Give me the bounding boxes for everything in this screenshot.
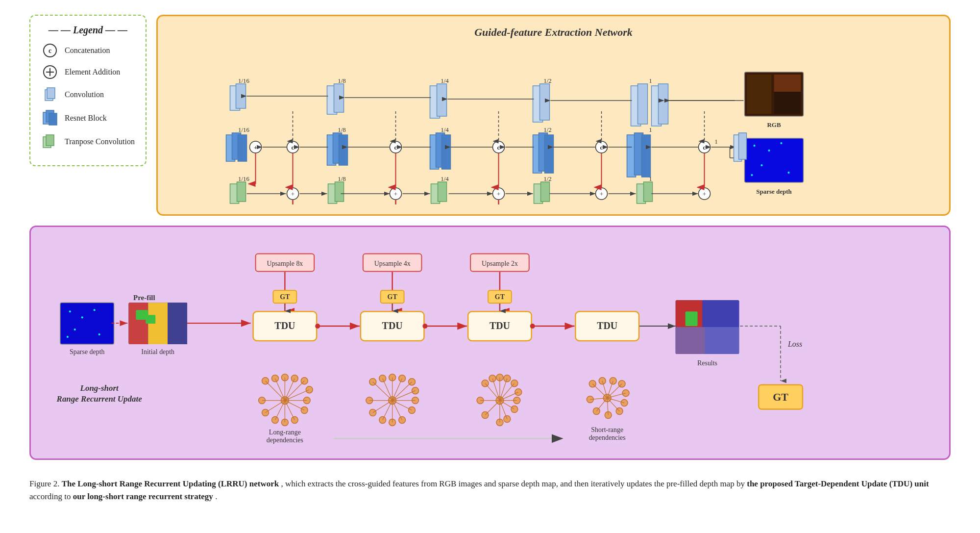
svg-rect-18 — [236, 84, 245, 108]
svg-rect-95 — [643, 182, 652, 202]
legend-title: — — Legend — — — [41, 25, 135, 36]
svg-text:1/8: 1/8 — [338, 175, 346, 182]
svg-rect-306 — [703, 300, 739, 327]
svg-text:c: c — [497, 144, 500, 151]
svg-text:Sparse depth: Sparse depth — [70, 348, 105, 355]
svg-line-203 — [275, 379, 285, 401]
svg-text:1/16: 1/16 — [238, 126, 250, 133]
svg-text:Results: Results — [697, 359, 717, 367]
svg-text:+: + — [497, 190, 500, 198]
legend-item-concat: c Concatenation — [41, 43, 135, 58]
svg-line-236 — [392, 382, 412, 401]
svg-text:Long-range: Long-range — [269, 429, 301, 436]
svg-text:TDU: TDU — [382, 320, 403, 331]
svg-line-275 — [485, 401, 500, 415]
svg-text:1/16: 1/16 — [238, 175, 250, 182]
svg-rect-123 — [747, 75, 771, 114]
svg-text:Upsample 8x: Upsample 8x — [267, 260, 303, 267]
svg-rect-155 — [128, 303, 148, 344]
svg-text:Loss: Loss — [787, 340, 802, 348]
svg-line-263 — [500, 383, 514, 401]
svg-rect-22 — [437, 84, 446, 116]
svg-text:1: 1 — [649, 126, 652, 133]
svg-point-134 — [751, 174, 753, 176]
svg-text:c: c — [49, 47, 51, 54]
bottom-section: Sparse depth Initial depth Pre-fill Long… — [29, 226, 951, 460]
gfen-diagram: 1/16 1/8 1/4 1/2 1 — [170, 48, 937, 204]
caption-text4: . — [215, 492, 217, 501]
svg-text:1/8: 1/8 — [338, 77, 346, 84]
svg-line-207 — [285, 379, 294, 401]
svg-text:c: c — [600, 144, 603, 151]
legend-item-resnet: Resnet Block — [41, 109, 135, 127]
svg-rect-140 — [738, 133, 746, 159]
svg-point-216 — [291, 416, 298, 423]
svg-rect-91 — [438, 182, 446, 202]
svg-text:1/4: 1/4 — [441, 77, 449, 84]
svg-text:RGB: RGB — [767, 121, 781, 128]
svg-text:dependencies: dependencies — [589, 434, 626, 441]
svg-text:1/4: 1/4 — [441, 175, 449, 182]
caption-text3: according to — [29, 492, 73, 501]
svg-text:1/16: 1/16 — [238, 77, 250, 84]
svg-line-228 — [373, 382, 392, 401]
main-container: — — Legend — — c Concatenation — [29, 15, 951, 504]
svg-rect-50 — [544, 135, 553, 173]
svg-line-271 — [500, 401, 507, 419]
svg-line-201 — [266, 381, 285, 401]
svg-text:+: + — [291, 190, 294, 198]
svg-text:GT: GT — [773, 391, 788, 403]
transp-icon — [41, 133, 59, 151]
svg-point-150 — [74, 329, 76, 330]
transp-label: Tranpose Convolution — [65, 137, 135, 146]
svg-rect-89 — [335, 182, 343, 202]
caption-text2: , which extracts the cross-guided featur… — [281, 479, 747, 488]
legend-item-add: Element Addition — [41, 64, 135, 80]
svg-line-215 — [285, 401, 304, 410]
svg-line-209 — [285, 381, 304, 401]
svg-line-261 — [500, 379, 507, 401]
svg-rect-93 — [540, 182, 549, 202]
caption-bold2: the proposed Target-Dependent Update (TD… — [747, 479, 929, 488]
svg-rect-20 — [334, 84, 343, 112]
svg-line-244 — [392, 401, 402, 420]
conv-icon — [41, 86, 59, 103]
svg-text:1/2: 1/2 — [543, 77, 552, 84]
svg-text:GT: GT — [280, 293, 290, 301]
svg-point-129 — [753, 145, 755, 147]
gfen-box: Guided-feature Extraction Network 1/16 1… — [156, 15, 951, 216]
caption-bold3: our long-short range recurrent strategy — [73, 492, 213, 501]
svg-point-133 — [787, 172, 789, 174]
svg-line-242 — [392, 401, 412, 410]
svg-point-149 — [94, 309, 96, 311]
svg-text:Short-range: Short-range — [591, 426, 623, 433]
svg-rect-309 — [676, 327, 705, 354]
svg-rect-41 — [238, 135, 246, 161]
legend-item-transp: Tranpose Convolution — [41, 133, 135, 151]
legend-item-conv: Convolution — [41, 86, 135, 103]
svg-rect-26 — [637, 84, 647, 124]
legend-box: — — Legend — — c Concatenation — [29, 15, 147, 166]
svg-point-147 — [69, 310, 71, 312]
add-icon — [41, 64, 59, 80]
svg-point-148 — [81, 316, 83, 318]
svg-text:c: c — [703, 144, 706, 151]
gfen-title: Guided-feature Extraction Network — [170, 26, 937, 39]
svg-text:Long-short: Long-short — [80, 383, 119, 393]
top-section: — — Legend — — c Concatenation — [29, 15, 951, 216]
conv-label: Convolution — [65, 90, 104, 99]
svg-rect-44 — [339, 135, 347, 165]
svg-text:+: + — [394, 190, 397, 198]
svg-rect-9 — [49, 113, 57, 125]
svg-line-255 — [485, 383, 500, 401]
svg-line-257 — [492, 379, 500, 401]
svg-rect-24 — [539, 84, 549, 120]
svg-line-230 — [383, 379, 392, 401]
svg-point-131 — [780, 142, 782, 144]
svg-text:1/2: 1/2 — [543, 126, 552, 133]
svg-rect-28 — [658, 84, 668, 124]
svg-text:+: + — [600, 190, 603, 198]
svg-rect-127 — [744, 138, 803, 182]
add-label: Element Addition — [65, 68, 120, 76]
svg-text:Sparse depth: Sparse depth — [756, 188, 792, 195]
